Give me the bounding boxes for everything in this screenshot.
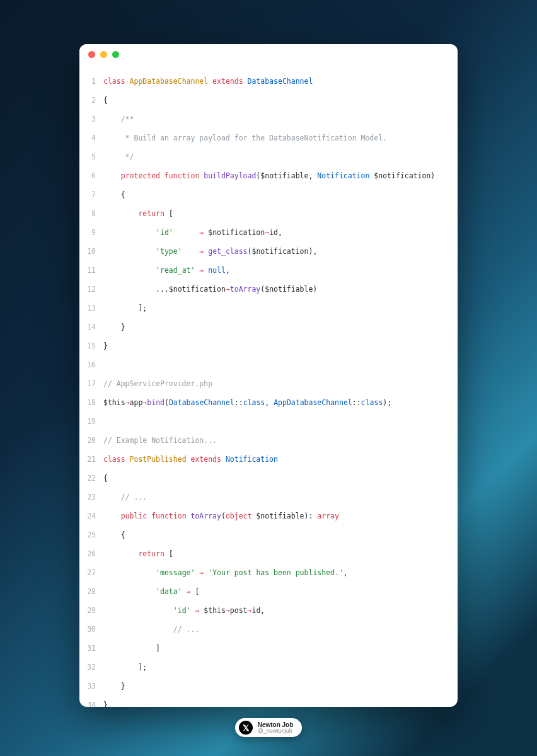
line-content: { [103,469,458,488]
line-number: 15 [79,336,103,355]
line-number: 5 [79,147,103,166]
line-content: class AppDatabaseChannel extends Databas… [103,72,458,91]
line-number: 3 [79,110,103,129]
line-number: 22 [79,469,103,488]
code-line: 16 [79,355,458,374]
code-line: 26 return [ [79,544,458,563]
line-content: */ [103,147,458,166]
line-content: { [103,185,458,204]
author-handle: @_newtonjob [258,728,294,735]
line-content: public function toArray(object $notifiab… [103,507,458,525]
line-number: 17 [79,374,103,393]
line-content: } [103,318,458,336]
line-number: 21 [79,450,103,469]
code-line: 12 ...$notification→toArray($notifiable) [79,280,458,299]
line-content: 'id' ⇒ $this→post→id, [103,601,458,620]
minimize-icon [100,51,107,58]
line-content: return [ [103,544,458,563]
line-number: 25 [79,525,103,544]
line-content: { [103,91,458,110]
line-number: 29 [79,601,103,620]
line-content: 'read_at' ⇒ null, [103,261,458,280]
line-number: 33 [79,677,103,696]
line-content: } [103,336,458,355]
maximize-icon [112,51,119,58]
code-line: 7 { [79,185,458,204]
code-line: 6 protected function buildPayload($notif… [79,166,458,185]
line-number: 12 [79,280,103,299]
line-content [103,355,458,374]
line-content: // ... [103,488,458,507]
line-number: 6 [79,166,103,185]
code-line: 9 'id' ⇒ $notification→id, [79,223,458,242]
code-line: 21class PostPublished extends Notificati… [79,450,458,469]
line-content: /** [103,110,458,129]
code-line: 17// AppServiceProvider.php [79,374,458,393]
line-content: { [103,525,458,544]
line-content: } [103,696,458,707]
line-number: 19 [79,412,103,431]
line-number: 10 [79,242,103,261]
line-content: return [ [103,204,458,223]
code-line: 31 ] [79,639,458,658]
line-number: 31 [79,639,103,658]
line-content: 'message' ⇒ 'Your post has been publishe… [103,563,458,582]
code-line: 14 } [79,318,458,336]
line-number: 16 [79,355,103,374]
code-line: 8 return [ [79,204,458,223]
code-line: 32 ]; [79,658,458,677]
line-number: 34 [79,696,103,707]
line-content: $this→app→bind(DatabaseChannel::class, A… [103,393,458,412]
line-content: * Build an array payload for the Databas… [103,129,458,147]
line-number: 13 [79,299,103,318]
line-content: 'id' ⇒ $notification→id, [103,223,458,242]
line-content: // ... [103,620,458,639]
code-line: 24 public function toArray(object $notif… [79,507,458,525]
code-line: 2{ [79,91,458,110]
line-number: 2 [79,91,103,110]
code-line: 20// Example Notification... [79,431,458,450]
code-line: 34} [79,696,458,707]
code-line: 28 'data' ⇒ [ [79,582,458,601]
line-content: protected function buildPayload($notifia… [103,166,458,185]
code-line: 23 // ... [79,488,458,507]
line-content: ...$notification→toArray($notifiable) [103,280,458,299]
code-line: 22{ [79,469,458,488]
code-line: 4 * Build an array payload for the Datab… [79,129,458,147]
code-line: 10 'type' ⇒ get_class($notification), [79,242,458,261]
line-number: 30 [79,620,103,639]
line-content [103,412,458,431]
line-number: 4 [79,129,103,147]
code-body: 1class AppDatabaseChannel extends Databa… [79,64,458,707]
code-line: 27 'message' ⇒ 'Your post has been publi… [79,563,458,582]
code-line: 18$this→app→bind(DatabaseChannel::class,… [79,393,458,412]
line-number: 24 [79,507,103,525]
line-content: ]; [103,299,458,318]
line-number: 11 [79,261,103,280]
code-line: 15} [79,336,458,355]
line-number: 8 [79,204,103,223]
line-number: 1 [79,72,103,91]
line-content: ]; [103,658,458,677]
line-number: 20 [79,431,103,450]
code-window: 1class AppDatabaseChannel extends Databa… [79,44,458,707]
line-content: // AppServiceProvider.php [103,374,458,393]
code-line: 29 'id' ⇒ $this→post→id, [79,601,458,620]
code-line: 19 [79,412,458,431]
line-number: 18 [79,393,103,412]
line-content: } [103,677,458,696]
line-content: class PostPublished extends Notification [103,450,458,469]
line-number: 23 [79,488,103,507]
author-text: Newton Job @_newtonjob [258,721,294,735]
code-line: 5 */ [79,147,458,166]
line-content: 'data' ⇒ [ [103,582,458,601]
author-badge: 𝕏 Newton Job @_newtonjob [235,718,303,737]
code-line: 1class AppDatabaseChannel extends Databa… [79,72,458,91]
line-number: 9 [79,223,103,242]
line-number: 27 [79,563,103,582]
x-icon: 𝕏 [239,721,253,735]
code-line: 11 'read_at' ⇒ null, [79,261,458,280]
line-number: 28 [79,582,103,601]
author-name: Newton Job [258,721,294,728]
code-line: 30 // ... [79,620,458,639]
